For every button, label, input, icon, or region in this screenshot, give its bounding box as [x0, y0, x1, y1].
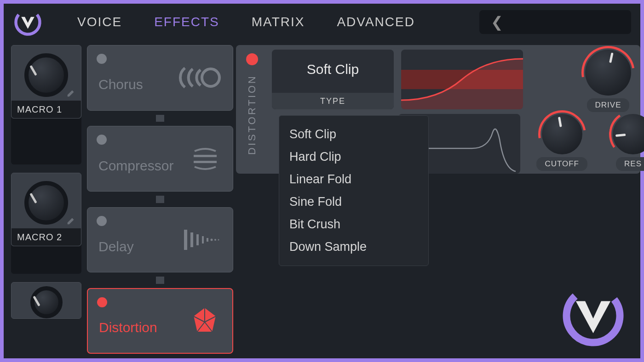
effect-title: DISTORTION — [246, 74, 258, 155]
type-dropdown-menu: Soft Clip Hard Clip Linear Fold Sine Fol… — [279, 115, 429, 266]
compressor-icon — [189, 143, 221, 175]
tab-voice[interactable]: VOICE — [77, 15, 122, 29]
pencil-icon[interactable] — [66, 88, 76, 98]
cutoff-label: CUTOFF — [536, 157, 587, 171]
fx-enable-dot[interactable] — [97, 216, 107, 226]
effects-chain: Chorus Compressor Delay — [84, 40, 236, 358]
tab-effects[interactable]: EFFECTS — [154, 15, 219, 29]
drive-knob-group: DRIVE — [585, 50, 631, 112]
macro-2-label: MACRO 2 — [17, 232, 62, 243]
drive-label: DRIVE — [587, 98, 630, 112]
svg-rect-8 — [207, 238, 208, 242]
svg-rect-4 — [184, 230, 187, 250]
distortion-icon — [189, 305, 221, 337]
pencil-icon[interactable] — [66, 215, 76, 226]
app-window: VOICE EFFECTS MATRIX ADVANCED ❮ MACRO 1 … — [4, 4, 640, 358]
svg-point-10 — [214, 239, 216, 241]
tab-matrix[interactable]: MATRIX — [252, 15, 305, 29]
resonance-label: RES — [616, 157, 644, 171]
resonance-knob[interactable] — [613, 114, 644, 154]
fx-compressor[interactable]: Compressor — [87, 126, 233, 192]
fx-chorus[interactable]: Chorus — [87, 45, 233, 111]
svg-rect-3 — [194, 161, 217, 163]
svg-point-1 — [202, 69, 219, 86]
svg-rect-6 — [196, 234, 199, 245]
dropdown-item[interactable]: Sine Fold — [289, 191, 418, 213]
macro-1-knob[interactable] — [24, 53, 68, 97]
macro-1-label: MACRO 1 — [17, 104, 62, 115]
type-label: TYPE — [272, 93, 394, 109]
fx-enable-dot[interactable] — [97, 297, 107, 307]
logo-icon — [560, 283, 627, 349]
preset-browser[interactable]: ❮ — [479, 10, 631, 34]
logo-icon — [13, 7, 43, 37]
effect-enable-toggle[interactable] — [246, 53, 258, 65]
svg-point-11 — [218, 239, 219, 241]
macro-3-slot[interactable] — [11, 282, 81, 319]
resonance-knob-group: RES — [613, 114, 644, 171]
svg-rect-7 — [202, 236, 204, 243]
dropdown-item[interactable]: Soft Clip — [289, 123, 418, 146]
macro-1-slot[interactable]: MACRO 1 — [11, 45, 81, 119]
tab-advanced[interactable]: ADVANCED — [337, 15, 415, 29]
macro-2-knob[interactable] — [24, 181, 68, 225]
fx-enable-dot[interactable] — [97, 135, 107, 145]
fx-distortion[interactable]: Distortion — [87, 288, 233, 354]
fx-delay[interactable]: Delay — [87, 207, 233, 273]
svg-rect-2 — [194, 155, 217, 157]
dropdown-item[interactable]: Bit Crush — [289, 213, 418, 236]
knob-section: DRIVE CUTOFF RES — [525, 45, 640, 174]
delay-icon — [182, 226, 221, 254]
type-selector[interactable]: Soft Clip TYPE — [272, 50, 394, 109]
fx-enable-dot[interactable] — [97, 54, 107, 64]
svg-rect-5 — [190, 232, 193, 247]
macro-column: MACRO 1 MACRO 2 — [4, 40, 84, 358]
header: VOICE EFFECTS MATRIX ADVANCED ❮ — [4, 4, 640, 40]
drive-knob[interactable] — [585, 50, 631, 96]
app-logo[interactable] — [13, 7, 43, 37]
macro-2-slot[interactable]: MACRO 2 — [11, 173, 81, 246]
distortion-curve-display — [401, 50, 523, 109]
dropdown-item[interactable]: Down Sample — [289, 236, 418, 258]
chevron-left-icon[interactable]: ❮ — [491, 13, 503, 31]
dropdown-item[interactable]: Linear Fold — [289, 168, 418, 191]
svg-point-13 — [560, 283, 627, 349]
chorus-icon — [178, 64, 221, 91]
main-nav: VOICE EFFECTS MATRIX ADVANCED — [77, 15, 415, 29]
macro-1-mod-area[interactable] — [11, 114, 81, 164]
svg-point-9 — [211, 239, 213, 241]
svg-point-0 — [13, 7, 43, 37]
logo-watermark — [560, 283, 627, 349]
dropdown-item[interactable]: Hard Clip — [289, 146, 418, 168]
cutoff-knob-group: CUTOFF — [536, 114, 587, 171]
cutoff-knob[interactable] — [542, 114, 582, 154]
type-value: Soft Clip — [272, 50, 394, 77]
macro-2-mod-area[interactable] — [11, 242, 81, 274]
